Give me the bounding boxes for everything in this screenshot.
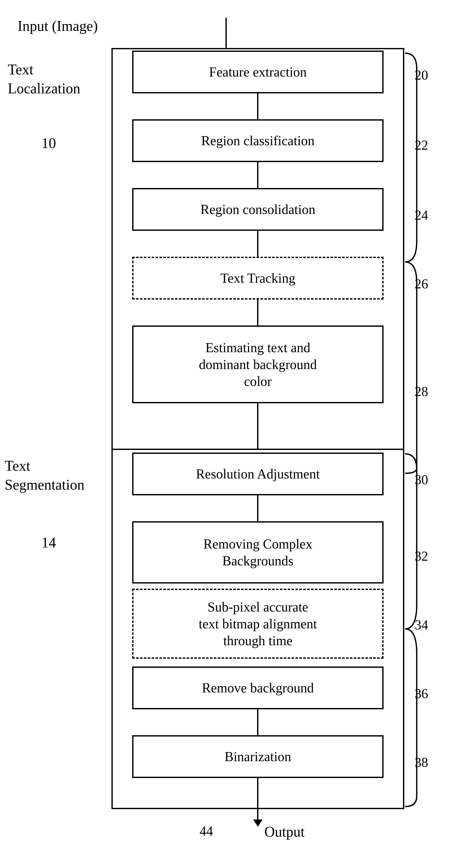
- bracket-segmentation: [404, 448, 419, 809]
- text-segmentation-label: Text Segmentation: [5, 457, 84, 494]
- ref-14: 14: [41, 534, 56, 551]
- ref-44: 44: [200, 824, 213, 839]
- arrow-est-res: [257, 403, 259, 448]
- arrow-rc-rcon: [257, 162, 259, 188]
- arrow-rb-bin: [257, 709, 259, 735]
- output-label: Output: [264, 824, 305, 840]
- arrow-fe-rc: [257, 93, 259, 119]
- subpixel-alignment-box: Sub-pixel accurate text bitmap alignment…: [132, 589, 383, 659]
- region-classification-box: Region classification: [132, 119, 383, 162]
- arrow-bin-output: [257, 778, 259, 819]
- removing-complex-box: Removing Complex Backgrounds: [132, 521, 383, 584]
- remove-background-box: Remove background: [132, 666, 383, 709]
- input-label: Input (Image): [18, 18, 98, 34]
- arrow-res-rem: [257, 495, 259, 521]
- estimating-text-box: Estimating text and dominant background …: [132, 326, 383, 403]
- bracket-localization: [404, 48, 419, 476]
- input-arrow: [226, 18, 227, 49]
- feature-extraction-box: Feature extraction: [132, 51, 383, 93]
- arrow-tt-est: [257, 300, 259, 326]
- text-tracking-box: Text Tracking: [132, 257, 383, 300]
- diagram: Input (Image) Text Localization 10 Featu…: [0, 0, 474, 868]
- ref-10: 10: [41, 135, 56, 151]
- resolution-adjustment-box: Resolution Adjustment: [132, 453, 383, 495]
- binarization-box: Binarization: [132, 735, 383, 778]
- region-consolidation-box: Region consolidation: [132, 188, 383, 231]
- text-localization-label: Text Localization: [8, 60, 80, 98]
- arrow-rcon-tt: [257, 231, 259, 257]
